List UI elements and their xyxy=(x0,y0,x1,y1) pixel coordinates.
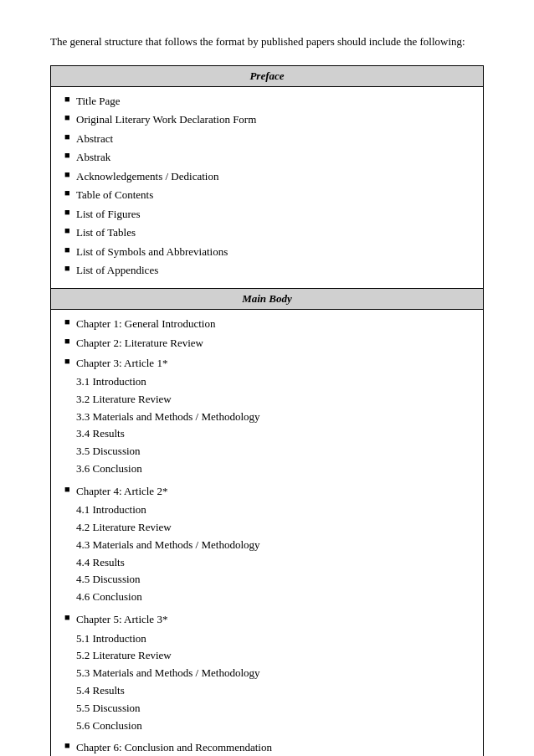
sub-item: 3.5 Discussion xyxy=(76,443,476,460)
chapter-block: ■Chapter 6: Conclusion and Recommendatio… xyxy=(58,739,476,756)
preface-header: Preface xyxy=(51,66,483,87)
sub-item: 5.6 Conclusion xyxy=(76,717,476,735)
sub-item: 5.5 Discussion xyxy=(76,700,476,717)
list-item: ■Acknowledgements / Dedication xyxy=(58,168,476,185)
chapter-block: ■Chapter 2: Literature Review xyxy=(58,335,476,352)
list-item: ■Chapter 2: Literature Review xyxy=(58,335,476,352)
structure-table: Preface ■Title Page■Original Literary Wo… xyxy=(50,65,484,757)
sub-item: 3.1 Introduction xyxy=(76,373,476,391)
bullet-icon: ■ xyxy=(64,225,76,235)
list-item: ■Chapter 3: Article 1* xyxy=(58,355,476,372)
bullet-icon: ■ xyxy=(64,316,76,327)
bullet-icon: ■ xyxy=(64,188,76,198)
sub-item: 5.4 Results xyxy=(76,682,476,700)
sub-item: 3.4 Results xyxy=(76,425,476,443)
list-item: ■Table of Contents xyxy=(58,187,476,203)
bullet-icon: ■ xyxy=(64,612,76,622)
intro-paragraph: The general structure that follows the f… xyxy=(50,33,484,50)
sub-items: 5.1 Introduction5.2 Literature Review5.3… xyxy=(58,630,476,735)
chapter-block: ■Chapter 3: Article 1*3.1 Introduction3.… xyxy=(58,355,476,478)
page: The general structure that follows the f… xyxy=(0,0,534,756)
bullet-icon: ■ xyxy=(64,94,76,104)
sub-items: 4.1 Introduction4.2 Literature Review4.3… xyxy=(58,501,476,606)
list-item: ■List of Figures xyxy=(58,206,476,223)
sub-items: 3.1 Introduction3.2 Literature Review3.3… xyxy=(58,373,476,478)
list-item: ■Chapter 5: Article 3* xyxy=(58,611,476,628)
sub-item: 3.6 Conclusion xyxy=(76,460,476,478)
bullet-icon: ■ xyxy=(64,150,76,160)
list-item: ■Title Page xyxy=(58,93,476,110)
list-item: ■List of Tables xyxy=(58,224,476,241)
sub-item: 4.6 Conclusion xyxy=(76,589,476,606)
sub-item: 4.3 Materials and Methods / Methodology xyxy=(76,537,476,554)
list-item: ■Abstrak xyxy=(58,149,476,166)
bullet-icon: ■ xyxy=(64,484,76,494)
list-item: ■List of Symbols and Abbreviations xyxy=(58,244,476,260)
list-item: ■List of Appendices xyxy=(58,262,476,279)
sub-item: 4.4 Results xyxy=(76,554,476,572)
bullet-icon: ■ xyxy=(64,131,76,141)
chapter-block: ■Chapter 1: General Introduction xyxy=(58,316,476,332)
sub-item: 5.1 Introduction xyxy=(76,630,476,648)
sub-item: 3.3 Materials and Methods / Methodology xyxy=(76,409,476,426)
chapter-block: ■Chapter 5: Article 3*5.1 Introduction5.… xyxy=(58,611,476,734)
sub-item: 3.2 Literature Review xyxy=(76,391,476,409)
main-body-header: Main Body xyxy=(51,288,483,310)
list-item: ■Chapter 1: General Introduction xyxy=(58,316,476,332)
list-item: ■Chapter 4: Article 2* xyxy=(58,483,476,500)
bullet-icon: ■ xyxy=(64,207,76,217)
bullet-icon: ■ xyxy=(64,740,76,750)
bullet-icon: ■ xyxy=(64,112,76,122)
list-item: ■Original Literary Work Declaration Form xyxy=(58,111,476,128)
bullet-icon: ■ xyxy=(64,244,76,255)
sub-item: 4.5 Discussion xyxy=(76,571,476,589)
list-item: ■Abstract xyxy=(58,131,476,147)
list-item: ■Chapter 6: Conclusion and Recommendatio… xyxy=(58,739,476,756)
bullet-icon: ■ xyxy=(64,169,76,179)
sub-item: 5.3 Materials and Methods / Methodology xyxy=(76,665,476,682)
bullet-icon: ■ xyxy=(64,263,76,273)
sub-item: 5.2 Literature Review xyxy=(76,647,476,665)
bullet-icon: ■ xyxy=(64,356,76,366)
bullet-icon: ■ xyxy=(64,336,76,346)
main-body-content: ■Chapter 1: General Introduction■Chapter… xyxy=(51,310,483,757)
sub-item: 4.1 Introduction xyxy=(76,501,476,519)
preface-content: ■Title Page■Original Literary Work Decla… xyxy=(51,87,483,288)
chapter-block: ■Chapter 4: Article 2*4.1 Introduction4.… xyxy=(58,483,476,606)
sub-item: 4.2 Literature Review xyxy=(76,519,476,537)
